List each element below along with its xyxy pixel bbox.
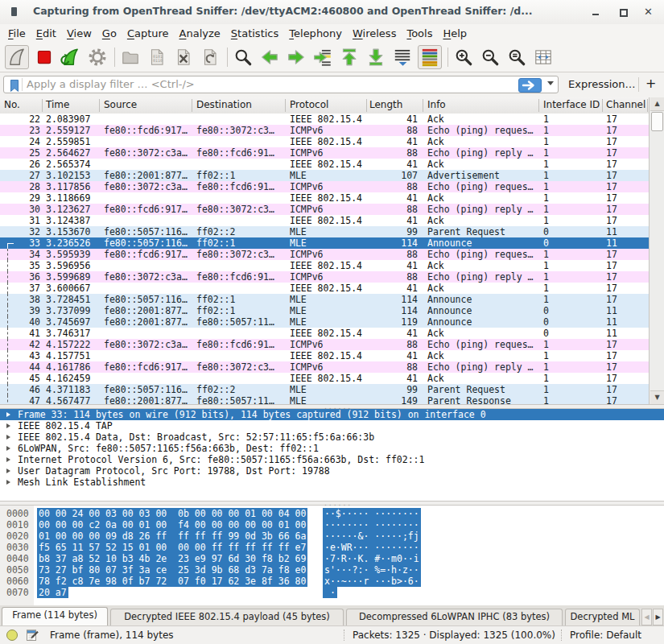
start-capture-button[interactable] xyxy=(5,45,29,69)
go-first-packet-button[interactable] xyxy=(338,45,361,69)
packet-row-33[interactable]: 333.236526fe80::5057:116…ff02::1MLE114An… xyxy=(0,237,649,249)
column-header-source[interactable]: Source xyxy=(104,99,137,110)
packet-row-39[interactable]: 393.737099fe80::2001:877…ff02::1MLE114An… xyxy=(0,305,649,316)
resize-columns-button[interactable] xyxy=(532,45,555,69)
hex-bytes[interactable]: f5 65 11 57 52 15 01 00 00 00 ff ff ff f… xyxy=(37,542,307,553)
apply-arrow-icon[interactable] xyxy=(518,78,542,93)
menu-item-edit[interactable]: Edit xyxy=(36,24,56,43)
byte-view-tab-3[interactable]: Decompressed 6LoWPAN IPHC (83 bytes) xyxy=(346,609,563,625)
tab-scroll-right-icon[interactable]: ▶ xyxy=(653,609,663,625)
packet-row-38[interactable]: 383.728451fe80::5057:116…ff02::1MLE114An… xyxy=(0,294,649,305)
restart-capture-button[interactable] xyxy=(60,45,82,69)
detail-row[interactable]: User Datagram Protocol, Src Port: 19788,… xyxy=(0,465,664,477)
scroll-down-icon[interactable]: ▼ xyxy=(650,390,664,404)
packet-row-35[interactable]: 353.596956IEEE 802.15.441Ack117 xyxy=(0,260,649,271)
zoom-in-button[interactable] xyxy=(452,45,475,69)
hex-ascii[interactable]: ··$····· ········ xyxy=(323,508,421,519)
column-separator[interactable] xyxy=(647,99,648,112)
hex-bytes[interactable]: 00 00 00 c2 0a 00 01 00 f4 00 00 00 00 0… xyxy=(37,519,307,530)
column-separator[interactable] xyxy=(192,99,192,112)
packet-row-40[interactable]: 403.745697fe80::2001:877…fe80::5057:11…M… xyxy=(0,316,649,328)
hex-ascii[interactable]: · xyxy=(323,587,337,598)
tab-scroll-left-icon[interactable]: ◀ xyxy=(641,609,652,625)
hex-ascii[interactable]: s'···?:· %=·h·z·· xyxy=(323,564,421,576)
packet-row-41[interactable]: 413.746317IEEE 802.15.441Ack011 xyxy=(0,328,649,339)
column-header-info[interactable]: Info xyxy=(427,99,446,110)
column-header-time[interactable]: Time xyxy=(46,99,69,110)
packet-row-46[interactable]: 464.371183fe80::5057:116…ff02::2MLE99Par… xyxy=(0,384,649,395)
close-button[interactable]: ✕ xyxy=(641,0,660,24)
packet-row-32[interactable]: 323.153670fe80::5057:116…ff02::2MLE99Par… xyxy=(0,226,649,237)
dropdown-caret-icon[interactable] xyxy=(547,81,554,85)
capture-comment-icon[interactable] xyxy=(26,629,39,644)
packet-row-31[interactable]: 313.124387IEEE 802.15.441Ack117 xyxy=(0,215,649,226)
packet-row-30[interactable]: 303.123627fe80::fcd6:917…fe80::3072:c3…I… xyxy=(0,204,649,215)
menu-item-help[interactable]: Help xyxy=(443,24,467,43)
detail-row[interactable]: Mesh Link Establishment xyxy=(0,477,664,488)
column-separator[interactable] xyxy=(285,99,286,112)
add-filter-button[interactable]: + xyxy=(645,76,656,91)
detail-row[interactable]: Frame 33: 114 bytes on wire (912 bits), … xyxy=(0,409,664,420)
hex-ascii[interactable]: ·7·R··K. #··m0··i xyxy=(323,553,421,564)
menu-item-view[interactable]: View xyxy=(67,24,92,43)
expander-triangle-icon[interactable] xyxy=(6,469,10,473)
byte-view-tab-1[interactable]: Frame (114 bytes) xyxy=(2,607,108,625)
menu-item-file[interactable]: File xyxy=(8,24,26,43)
column-separator[interactable] xyxy=(538,99,539,112)
detail-row[interactable]: Internet Protocol Version 6, Src: fe80::… xyxy=(0,454,664,465)
find-packet-button[interactable] xyxy=(232,45,254,69)
hex-bytes[interactable]: 78 f2 c8 7e 98 0f b7 72 07 f0 17 62 3e 8… xyxy=(37,576,307,587)
bookmark-icon[interactable] xyxy=(8,79,21,96)
menu-item-analyze[interactable]: Analyze xyxy=(179,24,221,43)
menu-item-statistics[interactable]: Statistics xyxy=(231,24,278,43)
packet-row-23[interactable]: 232.559127fe80::fcd6:917…fe80::3072:c3…I… xyxy=(0,125,649,136)
packet-row-36[interactable]: 363.599689fe80::3072:c3a…fe80::fcd6:91…I… xyxy=(0,271,649,283)
packet-row-27[interactable]: 273.102153fe80::2001:877…ff02::1MLE107Ad… xyxy=(0,170,649,181)
expander-triangle-icon[interactable] xyxy=(6,423,10,428)
byte-view-tab-4[interactable]: Decrypted ML xyxy=(565,609,640,625)
hex-ascii[interactable]: ······&· ·····;fj xyxy=(323,530,421,542)
column-header-channel[interactable]: Channel xyxy=(606,99,645,110)
stop-capture-button[interactable] xyxy=(33,45,56,69)
packet-row-24[interactable]: 242.559851IEEE 802.15.441Ack117 xyxy=(0,136,649,147)
expander-triangle-icon[interactable] xyxy=(6,480,10,485)
hex-ascii[interactable]: ·e·WR··· ········ xyxy=(323,542,421,553)
packet-row-22[interactable]: 222.083907IEEE 802.15.441Ack117 xyxy=(0,114,649,125)
packet-row-44[interactable]: 444.161786fe80::fcd6:917…fe80::3072:c3…I… xyxy=(0,361,649,373)
go-back-button[interactable] xyxy=(258,45,281,69)
column-header-interface-id[interactable]: Interface ID xyxy=(543,99,600,110)
packet-row-45[interactable]: 454.162459IEEE 802.15.441Ack117 xyxy=(0,373,649,384)
detail-row[interactable]: IEEE 802.15.4 Data, Dst: Broadcast, Src:… xyxy=(0,431,664,443)
capture-options-button[interactable] xyxy=(86,45,109,69)
hex-bytes[interactable]: 00 00 24 00 03 00 03 00 0b 00 00 00 01 0… xyxy=(37,508,307,519)
packet-row-26[interactable]: 262.565374IEEE 802.15.441Ack117 xyxy=(0,159,649,170)
hex-ascii[interactable]: x··~···r ···b>·6· xyxy=(323,576,421,587)
column-separator[interactable] xyxy=(366,99,367,112)
packet-row-37[interactable]: 373.600667IEEE 802.15.441Ack117 xyxy=(0,283,649,294)
zoom-reset-button[interactable] xyxy=(505,45,528,69)
title-bar[interactable]: Capturing from OpenThread Sniffer: /dev/… xyxy=(0,0,664,25)
expander-triangle-icon[interactable] xyxy=(6,457,10,462)
detail-row[interactable]: IEEE 802.15.4 TAP xyxy=(0,420,664,431)
expert-info-icon[interactable] xyxy=(6,630,18,641)
column-separator[interactable] xyxy=(423,99,423,112)
status-profile[interactable]: Profile: Default xyxy=(570,630,641,641)
column-separator[interactable] xyxy=(42,99,43,112)
display-filter-input[interactable]: Apply a display filter … <Ctrl-/> xyxy=(3,76,559,93)
expander-triangle-icon[interactable] xyxy=(6,412,10,417)
menu-item-telephony[interactable]: Telephony xyxy=(289,24,342,43)
minimize-button[interactable] xyxy=(586,0,605,24)
detail-row[interactable]: 6LoWPAN, Src: fe80::5057:1165:f56a:663b,… xyxy=(0,443,664,454)
packet-row-43[interactable]: 434.157751IEEE 802.15.441Ack117 xyxy=(0,350,649,361)
expression-button[interactable]: Expression… xyxy=(568,78,636,90)
go-forward-button[interactable] xyxy=(285,45,307,69)
hex-bytes[interactable]: 73 27 bf 80 07 3f 3a ce 25 3d 9b 68 d3 7… xyxy=(37,564,307,576)
column-header-destination[interactable]: Destination xyxy=(196,99,252,110)
packet-row-28[interactable]: 283.117856fe80::3072:c3a…fe80::fcd6:91…I… xyxy=(0,181,649,192)
packet-row-34[interactable]: 343.595939fe80::fcd6:917…fe80::3072:c3…I… xyxy=(0,249,649,260)
scrollbar-thumb[interactable] xyxy=(651,112,663,131)
maximize-button[interactable] xyxy=(613,0,633,24)
go-last-packet-button[interactable] xyxy=(365,45,387,69)
menu-item-tools[interactable]: Tools xyxy=(406,24,432,43)
column-header-length[interactable]: Length xyxy=(369,99,402,110)
